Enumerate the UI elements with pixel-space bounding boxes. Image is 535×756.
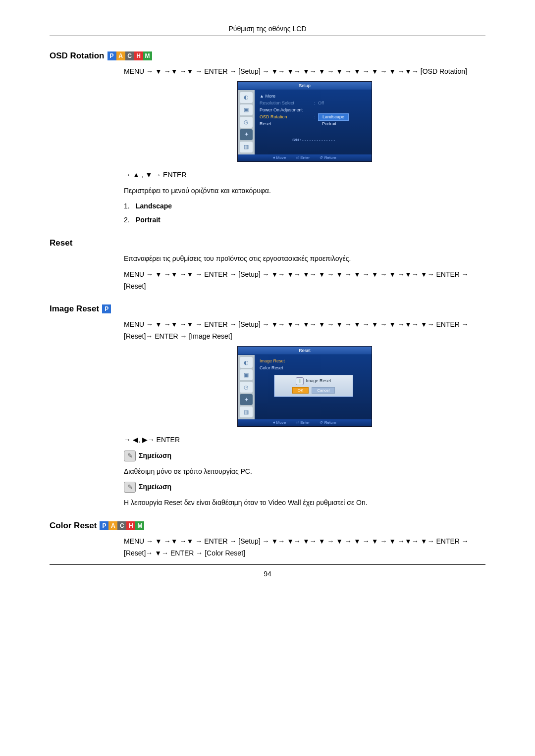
badge-m: M — [135, 521, 144, 530]
heading-text: Reset — [50, 238, 72, 248]
osd-sidebar-icon-source: ▣ — [240, 104, 253, 115]
osd-sidebar-icon-time: ◷ — [240, 117, 253, 128]
section-title-osd-rotation: OSD Rotation P A C H M — [50, 51, 485, 61]
badge-a: A — [116, 51, 125, 60]
mode-badges: P A C H M — [100, 521, 144, 530]
badge-m: M — [143, 51, 152, 60]
note-text: Η λειτουργία Reset δεν είναι διαθέσιμη ό… — [124, 497, 485, 509]
mode-badges: P A C H M — [107, 51, 152, 60]
osd-footer-move: ♦ Move — [273, 419, 286, 426]
osd-footer: ♦ Move ⏎ Enter ↺ Return — [238, 154, 372, 161]
osd-list-color-reset: Color Reset — [260, 364, 314, 372]
section-title-reset: Reset — [50, 238, 485, 248]
osd-sidebar-icon-setup: ✦ — [240, 129, 253, 140]
note-label: Σημείωση — [139, 450, 171, 462]
header-divider — [50, 36, 485, 36]
nav-sequence: MENU → ▼ →▼ →▼ → ENTER → [Setup] → ▼→ ▼→… — [124, 269, 485, 293]
osd-footer: ♦ Move ⏎ Enter ↺ Return — [238, 419, 372, 426]
osd-footer-enter: ⏎ Enter — [296, 419, 310, 426]
osd-sidebar-icon-multi: ▥ — [240, 406, 253, 417]
osd-footer-move: ♦ Move — [273, 154, 286, 161]
footer-divider — [50, 564, 485, 565]
nav-sequence: MENU → ▼ →▼ →▼ → ENTER → [Setup] → ▼→ ▼→… — [124, 319, 485, 343]
osd-screenshot-reset: Reset ◐ ▣ ◷ ✦ ▥ Image Reset Color Reset … — [238, 347, 372, 426]
osd-sidebar-icon-setup: ✦ — [240, 394, 253, 405]
list-item: 2.Portrait — [124, 214, 485, 226]
osd-row-osd-rotation-label: OSD Rotation — [260, 113, 314, 121]
osd-row-reset-label: Reset — [260, 120, 314, 128]
note-text: Διαθέσιμη μόνο σε τρόπο λειτουργίας PC. — [124, 466, 485, 478]
osd-sidebar: ◐ ▣ ◷ ✦ ▥ — [238, 90, 255, 154]
osd-option-landscape: Landscape — [318, 113, 349, 121]
osd-option-portrait: Portrait — [318, 121, 340, 127]
page-header-title: Ρύθμιση της οθόνης LCD — [50, 25, 485, 33]
badge-h: H — [126, 521, 135, 530]
post-nav-sequence: → ◀, ▶→ ENTER — [124, 434, 485, 446]
heading-text: Color Reset — [50, 521, 97, 531]
note-label: Σημείωση — [139, 481, 171, 493]
osd-footer-enter: ⏎ Enter — [296, 154, 310, 161]
osd-sidebar-icon-picture: ◐ — [240, 357, 253, 368]
badge-p: P — [100, 521, 108, 530]
heading-text: Image Reset — [50, 304, 99, 314]
osd-sidebar-icon-time: ◷ — [240, 382, 253, 393]
osd-sidebar-icon-source: ▣ — [240, 369, 253, 380]
modal-ok-button[interactable]: OK — [292, 387, 309, 394]
osd-row-resolution-select-label: Resolution Select — [260, 100, 314, 107]
section-title-color-reset: Color Reset P A C H M — [50, 521, 485, 531]
osd-footer-return: ↺ Return — [320, 419, 336, 426]
badge-p: P — [107, 51, 116, 60]
osd-footer-return: ↺ Return — [320, 154, 336, 161]
modal-cancel-button[interactable]: Cancel — [312, 387, 335, 394]
osd-screenshot-setup: Setup ◐ ▣ ◷ ✦ ▥ ▲ More Resolution Select… — [238, 82, 372, 161]
modal-title: Image Reset — [306, 378, 331, 383]
osd-sidebar-icon-picture: ◐ — [240, 92, 253, 103]
post-nav-sequence: → ▲ , ▼ → ENTER — [124, 169, 485, 181]
badge-c: C — [125, 51, 134, 60]
nav-sequence: MENU → ▼ →▼ →▼ → ENTER → [Setup] → ▼→ ▼→… — [124, 66, 485, 78]
page-number: 94 — [50, 570, 485, 578]
osd-serial-number: S/N : - - - - - - - - - - - - - - — [260, 137, 368, 144]
heading-text: OSD Rotation — [50, 51, 105, 61]
osd-list-image-reset: Image Reset — [260, 357, 314, 365]
osd-rotation-description: Περιστρέφει το μενού οριζόντια και κατακ… — [124, 185, 485, 197]
mode-badges: P — [102, 304, 111, 313]
osd-sidebar: ◐ ▣ ◷ ✦ ▥ — [238, 355, 255, 419]
osd-title: Reset — [238, 347, 372, 355]
note-icon: ✎ — [124, 482, 136, 493]
osd-more-label: ▲ More — [260, 93, 275, 100]
osd-rotation-options-list: 1.Landscape 2.Portrait — [124, 201, 485, 226]
osd-row-power-on-adj-label: Power On Adjustment — [260, 106, 314, 114]
osd-title: Setup — [238, 82, 372, 90]
osd-sidebar-icon-multi: ▥ — [240, 142, 253, 152]
badge-c: C — [117, 521, 126, 530]
list-item: 1.Landscape — [124, 201, 485, 212]
info-icon: i — [296, 377, 304, 385]
badge-h: H — [134, 51, 143, 60]
osd-modal-image-reset: iImage Reset OK Cancel — [274, 375, 353, 397]
reset-description: Επαναφέρει τις ρυθμίσεις του προϊόντος σ… — [124, 253, 485, 265]
section-title-image-reset: Image Reset P — [50, 304, 485, 314]
nav-sequence: MENU → ▼ →▼ →▼ → ENTER → [Setup] → ▼→ ▼→… — [124, 536, 485, 559]
badge-p: P — [102, 304, 111, 313]
note-icon: ✎ — [124, 451, 136, 461]
badge-a: A — [108, 521, 117, 530]
osd-row-resolution-select-value: Off — [318, 100, 368, 107]
